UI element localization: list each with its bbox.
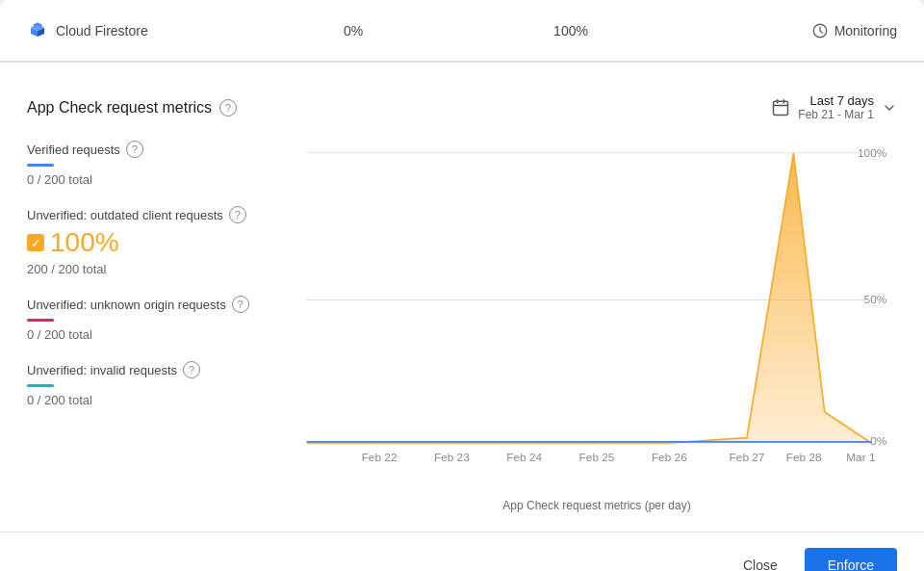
svg-text:50%: 50% [864,293,887,306]
metric-unknown-label: Unverified: unknown origin requests ? [27,296,296,313]
metric-invalid-label: Unverified: invalid requests ? [27,361,296,378]
section-title: App Check request metrics ? [27,99,237,117]
metric-unknown: Unverified: unknown origin requests ? 0 … [27,296,296,342]
svg-text:Mar 1: Mar 1 [846,451,875,464]
date-range-selector[interactable]: Last 7 days Feb 21 - Mar 1 [771,93,897,121]
outdated-value: 200 / 200 total [27,262,296,276]
top-bar: Cloud Firestore 0% 100% Monitoring [0,0,924,62]
section-header: App Check request metrics ? Last 7 days … [27,93,897,121]
help-icon[interactable]: ? [219,99,237,117]
svg-text:Feb 24: Feb 24 [506,451,542,464]
firestore-icon [27,20,48,41]
chart-area: Verified requests ? 0 / 200 total Unveri… [27,141,897,524]
metrics-panel: Verified requests ? 0 / 200 total Unveri… [27,141,296,524]
metric-outdated-large: ✓ 100% [27,227,296,258]
chevron-down-icon [882,100,897,116]
outdated-checkbox: ✓ [27,234,44,251]
chart-svg: 100% 50% 0% [296,141,897,466]
enforce-button[interactable]: Enforce [805,548,897,571]
svg-text:0%: 0% [870,434,887,448]
zero-percent: 0% [244,23,462,39]
outdated-help-icon[interactable]: ? [229,206,246,223]
outdated-percent: 100% [50,227,119,258]
footer: Close Enforce [0,532,924,571]
clock-icon [811,22,829,39]
calendar-icon [771,98,790,117]
svg-text:Feb 23: Feb 23 [434,451,470,464]
verified-help-icon[interactable]: ? [126,141,143,158]
close-button[interactable]: Close [728,550,793,571]
metric-invalid: Unverified: invalid requests ? 0 / 200 t… [27,361,296,407]
svg-text:Feb 26: Feb 26 [652,451,687,464]
main-content: App Check request metrics ? Last 7 days … [0,70,924,524]
svg-text:Feb 25: Feb 25 [579,451,615,464]
metric-verified: Verified requests ? 0 / 200 total [27,141,296,187]
verified-value: 0 / 200 total [27,172,296,187]
invalid-line [27,384,54,387]
unknown-value: 0 / 200 total [27,327,296,342]
svg-text:Feb 22: Feb 22 [362,451,398,464]
monitoring-link[interactable]: Monitoring [680,22,897,39]
chart-x-label: App Check request metrics (per day) [296,499,897,512]
svg-rect-1 [774,101,788,115]
hundred-percent: 100% [462,23,680,39]
metric-verified-label: Verified requests ? [27,141,296,158]
invalid-help-icon[interactable]: ? [183,361,200,378]
date-range-label: Last 7 days Feb 21 - Mar 1 [798,93,874,121]
service-label: Cloud Firestore [56,23,148,39]
metric-outdated: Unverified: outdated client requests ? ✓… [27,206,296,276]
dialog: Cloud Firestore 0% 100% Monitoring App C… [0,0,924,571]
verified-line [27,164,54,167]
service-name: Cloud Firestore [27,20,244,41]
metric-outdated-label: Unverified: outdated client requests ? [27,206,296,223]
unknown-line [27,319,54,322]
invalid-value: 0 / 200 total [27,393,296,407]
unknown-help-icon[interactable]: ? [232,296,249,313]
svg-text:Feb 28: Feb 28 [786,451,822,464]
chart-container: 100% 50% 0% [296,141,897,524]
svg-text:Feb 27: Feb 27 [730,451,765,464]
